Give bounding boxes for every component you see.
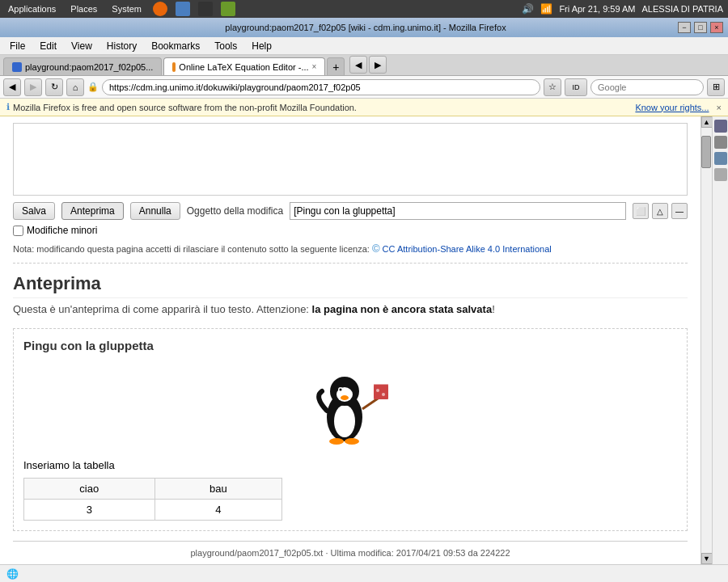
tab-scroll-left[interactable]: ◀ xyxy=(349,56,367,74)
summary-input[interactable] xyxy=(290,202,626,220)
home-button[interactable]: ⌂ xyxy=(66,78,84,96)
reload-button[interactable]: ↻ xyxy=(45,78,63,96)
svg-point-7 xyxy=(329,438,344,445)
tab-scroll-right[interactable]: ▶ xyxy=(369,56,387,74)
bookmark-button[interactable]: ☆ xyxy=(544,78,561,96)
minor-edits-checkbox[interactable] xyxy=(13,226,23,236)
sidebar-icon-3[interactable] xyxy=(714,152,727,165)
lock-icon: 🔒 xyxy=(87,82,99,92)
window-title: playground:paom2017_f02p05 [wiki - cdm.i… xyxy=(53,23,678,32)
menu-file[interactable]: File xyxy=(3,39,32,53)
search-input[interactable] xyxy=(590,79,704,95)
forward-button[interactable]: ▶ xyxy=(24,78,42,96)
toolbar-row: Salva Anteprima Annulla Oggetto della mo… xyxy=(13,202,688,220)
wiki-editor[interactable] xyxy=(13,123,688,196)
table-col-bau: bau xyxy=(154,479,281,500)
tab-bar: playground:paom2017_f02p05... Online LaT… xyxy=(0,55,728,76)
places-menu[interactable]: Places xyxy=(67,4,100,14)
menu-tools[interactable]: Tools xyxy=(208,39,243,53)
license-note-text: Nota: modificando questa pagina accetti … xyxy=(13,244,370,254)
minor-edits-label: Modifiche minori xyxy=(27,225,97,236)
username: ALESSIA DI PATRIA xyxy=(642,4,723,14)
summary-label: Oggetto della modifica xyxy=(187,205,283,217)
terminal-icon xyxy=(198,2,213,16)
window-controls[interactable]: − □ × xyxy=(678,22,723,33)
cc-icon: © xyxy=(372,242,380,255)
preview-warning: la pagina non è ancora stata salvata xyxy=(312,303,493,315)
section-title: Pingu con la gluppetta xyxy=(23,339,677,352)
license-link[interactable]: CC Attribution-Share Alike 4.0 Internati… xyxy=(383,244,552,254)
scroll-track xyxy=(701,128,712,553)
system-menu[interactable]: System xyxy=(108,4,145,14)
menu-history[interactable]: History xyxy=(100,39,143,53)
applications-menu[interactable]: Applications xyxy=(5,4,59,14)
svg-point-13 xyxy=(376,389,379,392)
table-row-0: 3 4 xyxy=(24,500,282,521)
preview-subtitle-after: ! xyxy=(492,303,495,315)
datetime: Fri Apr 21, 9:59 AM xyxy=(559,4,635,14)
content-section: Pingu con la gluppetta xyxy=(13,328,688,531)
table-cell-0-1: 4 xyxy=(154,500,281,521)
svg-point-5 xyxy=(340,389,342,391)
right-sidebar xyxy=(712,116,728,564)
footer-text: playground/paom2017_f02p05.txt · Ultima … xyxy=(190,548,510,558)
os-top-bar: Applications Places System 🔊 📶 Fri Apr 2… xyxy=(0,0,728,18)
back-button[interactable]: ◀ xyxy=(3,78,21,96)
menu-view[interactable]: View xyxy=(65,39,99,53)
sidebar-icon-4[interactable] xyxy=(714,168,727,181)
scroll-thumb[interactable] xyxy=(701,136,711,168)
scroll-down-button[interactable]: ▼ xyxy=(701,553,713,564)
audio-icon: 🔊 xyxy=(522,3,534,15)
app-icon-4 xyxy=(221,2,235,16)
new-tab-button[interactable]: + xyxy=(327,57,345,75)
status-icon: 🌐 xyxy=(6,568,19,580)
cancel-button[interactable]: Annulla xyxy=(130,202,180,220)
identity-button[interactable]: ID xyxy=(565,78,587,96)
minor-edits-row: Modifiche minori xyxy=(13,225,688,236)
browser-content: Salva Anteprima Annulla Oggetto della mo… xyxy=(0,116,728,564)
status-bar: 🌐 xyxy=(0,564,728,582)
menu-edit[interactable]: Edit xyxy=(33,39,63,53)
info-message: Mozilla Firefox is free and open source … xyxy=(13,103,357,112)
minimize-button[interactable]: − xyxy=(678,22,691,33)
firefox-icon xyxy=(153,2,167,16)
scrollbar[interactable]: ▲ ▼ xyxy=(700,116,712,564)
edit-icon-3[interactable]: — xyxy=(671,203,688,219)
title-bar: playground:paom2017_f02p05 [wiki - cdm.i… xyxy=(0,18,728,37)
info-bar: ℹ Mozilla Firefox is free and open sourc… xyxy=(0,99,728,116)
edit-icon-2[interactable]: △ xyxy=(652,203,668,219)
tab-0[interactable]: playground:paom2017_f02p05... xyxy=(3,57,162,75)
content-scroll[interactable]: Salva Anteprima Annulla Oggetto della mo… xyxy=(0,116,700,564)
table-label: Inseriamo la tabella xyxy=(23,459,677,471)
svg-point-1 xyxy=(334,405,355,437)
sidebar-icon-1[interactable] xyxy=(714,120,727,133)
url-input[interactable] xyxy=(102,79,540,95)
menu-bar: File Edit View History Bookmarks Tools H… xyxy=(0,37,728,55)
know-rights-link[interactable]: Know your rights... xyxy=(635,103,709,112)
close-button[interactable]: × xyxy=(710,22,723,33)
page-wrapper: Salva Anteprima Annulla Oggetto della mo… xyxy=(0,116,700,564)
save-button[interactable]: Salva xyxy=(13,202,55,220)
tab-1[interactable]: Online LaTeX Equation Editor -... × xyxy=(163,57,325,75)
menu-bookmarks[interactable]: Bookmarks xyxy=(145,39,206,53)
footer-license-link[interactable]: CC Attribution-Share Alike 4.0 Internati… xyxy=(478,563,647,564)
maximize-button[interactable]: □ xyxy=(694,22,707,33)
sidebar-icon-2[interactable] xyxy=(714,136,727,149)
file-manager-icon xyxy=(176,2,190,16)
edit-icon-1[interactable]: ⬜ xyxy=(633,203,649,219)
network-icon: 📶 xyxy=(540,3,552,15)
preview-title: Anteprima xyxy=(13,273,688,298)
address-bar: ◀ ▶ ↻ ⌂ 🔒 ☆ ID ⊞ xyxy=(0,76,728,99)
os-bar-left: Applications Places System xyxy=(5,2,235,16)
info-close-icon[interactable]: × xyxy=(717,103,722,112)
data-table: ciao bau 3 4 xyxy=(23,478,282,521)
edit-icons: ⬜ △ — xyxy=(633,203,688,219)
tab-1-close[interactable]: × xyxy=(312,62,317,71)
svg-marker-12 xyxy=(374,385,388,399)
scroll-up-button[interactable]: ▲ xyxy=(701,116,713,128)
search-go-button[interactable]: ⊞ xyxy=(707,78,725,96)
preview-button[interactable]: Anteprima xyxy=(61,202,124,220)
tab-0-favicon xyxy=(12,62,22,72)
preview-subtitle: Questa è un'anteprima di come apparirà i… xyxy=(13,303,688,315)
menu-help[interactable]: Help xyxy=(245,39,278,53)
